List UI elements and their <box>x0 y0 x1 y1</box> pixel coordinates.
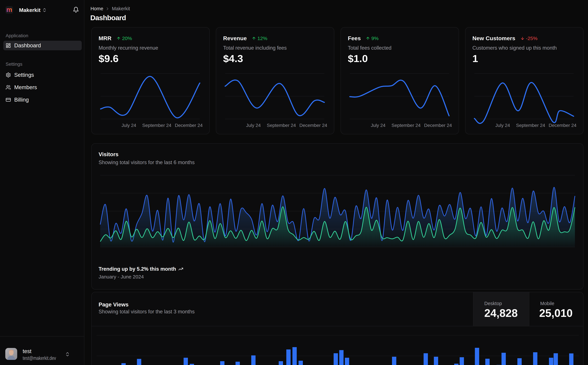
svg-text:m: m <box>6 6 12 13</box>
